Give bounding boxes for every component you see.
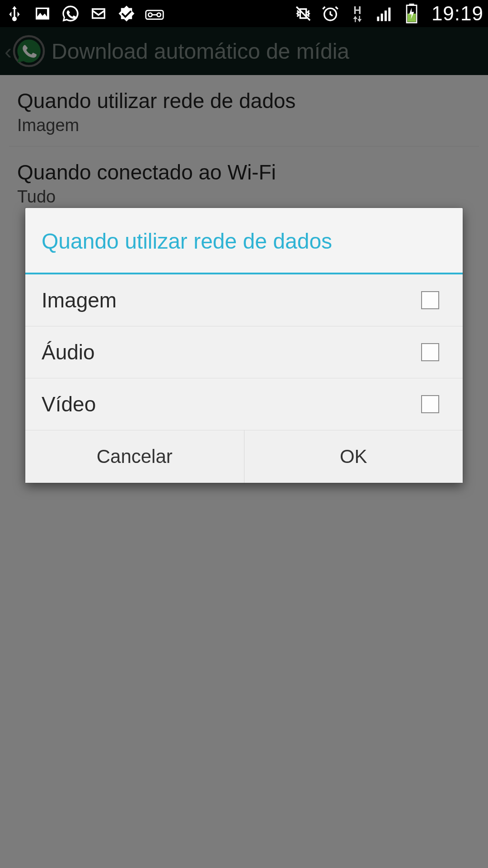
checkbox-icon[interactable] [421,291,439,309]
voicemail-icon [145,4,164,24]
dialog-button-bar: Cancelar OK [25,430,463,483]
svg-rect-7 [385,10,387,21]
whatsapp-icon [61,4,80,24]
status-time: 19:19 [432,2,483,25]
status-left [5,4,293,24]
data-h-icon: H [347,4,367,24]
vibrate-icon [293,4,313,24]
dialog-option-video[interactable]: Vídeo [25,378,463,430]
svg-point-1 [148,13,152,17]
dialog-option-audio[interactable]: Áudio [25,326,463,378]
media-download-dialog: Quando utilizar rede de dados Imagem Áud… [25,208,463,483]
checkbox-icon[interactable] [421,395,439,413]
dialog-title: Quando utilizar rede de dados [25,208,463,273]
status-bar: H 19:19 [0,0,488,27]
cancel-button[interactable]: Cancelar [25,430,244,483]
option-label: Vídeo [42,392,96,416]
checkbox-icon[interactable] [421,343,439,361]
gmail-icon [89,4,108,24]
picture-icon [33,4,52,24]
usb-icon [5,4,24,24]
option-label: Imagem [42,288,117,312]
signal-icon [375,4,394,24]
alarm-icon [320,4,340,24]
svg-point-2 [157,13,161,17]
svg-rect-10 [409,4,414,5]
svg-rect-8 [388,8,390,21]
check-badge-icon [117,4,136,24]
battery-charging-icon [402,4,422,24]
svg-rect-5 [377,17,379,21]
dialog-option-image[interactable]: Imagem [25,274,463,326]
status-right: H 19:19 [293,2,483,25]
svg-rect-6 [381,14,383,21]
option-label: Áudio [42,340,95,364]
ok-button[interactable]: OK [244,430,463,483]
